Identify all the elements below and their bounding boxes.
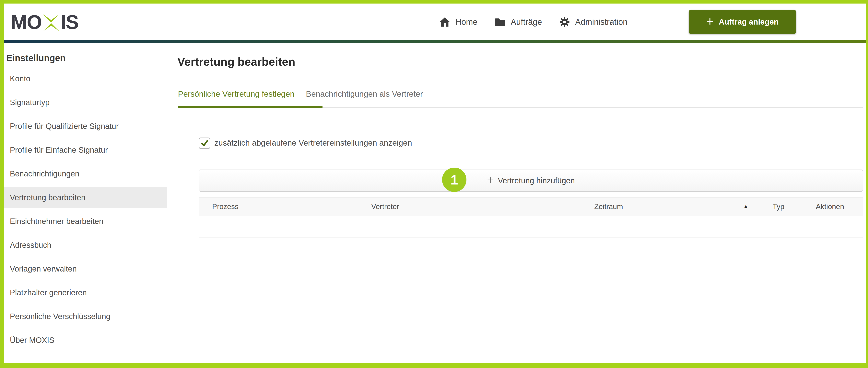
tab-persoenliche-vertretung-festlegen[interactable]: Persönliche Vertretung festlegen <box>178 90 294 99</box>
cta-label: Auftrag anlegen <box>719 18 778 26</box>
sidebar-item-adressbuch[interactable]: Adressbuch <box>4 234 167 256</box>
check-icon <box>200 139 209 147</box>
header-gradient-divider <box>4 40 866 43</box>
logo-text-is: IS <box>61 11 78 33</box>
auftrag-anlegen-button[interactable]: + Auftrag anlegen <box>689 10 796 34</box>
sidebar-bottom-divider <box>7 353 171 353</box>
nav-label-home: Home <box>456 17 477 27</box>
active-tab-underline <box>178 106 322 108</box>
column-header-prozess[interactable]: Prozess <box>199 197 358 216</box>
column-header-zeitraum[interactable]: Zeitraum ▲ <box>581 197 760 216</box>
vertretungen-table: Prozess Vertreter Zeitraum ▲ Typ Aktione… <box>199 197 863 238</box>
sidebar-item-benachrichtigungen[interactable]: Benachrichtigungen <box>4 163 167 185</box>
show-expired-checkbox-label[interactable]: zusätzlich abgelaufene Vertretereinstell… <box>214 138 412 147</box>
gear-icon <box>559 17 570 27</box>
plus-icon: + <box>487 174 494 186</box>
table-empty-row <box>199 216 863 238</box>
plus-icon: + <box>706 15 714 28</box>
sidebar-item-ueber-moxis[interactable]: Über MOXIS <box>4 329 167 351</box>
nav-item-home[interactable]: Home <box>439 17 477 27</box>
nav-item-administration[interactable]: Administration <box>559 17 627 27</box>
folder-icon <box>495 17 505 27</box>
column-label-zeitraum: Zeitraum <box>594 203 623 211</box>
moxis-app-window: MO IS Home Aufträge <box>0 0 868 368</box>
moxis-x-icon <box>42 14 60 31</box>
table-header-row: Prozess Vertreter Zeitraum ▲ Typ Aktione… <box>199 197 863 216</box>
sidebar-item-platzhalter-generieren[interactable]: Platzhalter generieren <box>4 282 167 303</box>
sidebar-item-vertretung-bearbeiten[interactable]: Vertretung bearbeiten <box>4 187 167 208</box>
top-navigation: Home Aufträge <box>439 4 645 40</box>
add-button-label: Vertretung hinzufügen <box>498 176 575 185</box>
home-icon <box>439 17 450 27</box>
tab-benachrichtigungen-als-vertreter[interactable]: Benachrichtigungen als Vertreter <box>306 90 423 99</box>
column-header-aktionen[interactable]: Aktionen <box>797 197 863 216</box>
column-header-typ[interactable]: Typ <box>760 197 797 216</box>
sidebar-item-vorlagen-verwalten[interactable]: Vorlagen verwalten <box>4 258 167 279</box>
column-header-vertreter[interactable]: Vertreter <box>358 197 581 216</box>
show-expired-checkbox[interactable] <box>199 137 210 149</box>
sidebar-item-profile-qualifizierte-signatur[interactable]: Profile für Qualifizierte Signatur <box>4 115 167 137</box>
tab-underline-track <box>322 107 863 108</box>
sidebar-item-einsichtnehmer-bearbeiten[interactable]: Einsichtnehmer bearbeiten <box>4 210 167 232</box>
annotation-badge-1: 1 <box>442 168 466 192</box>
sidebar-item-profile-einfache-signatur[interactable]: Profile für Einfache Signatur <box>4 139 167 161</box>
nav-label-auftraege: Aufträge <box>511 17 542 27</box>
sort-asc-icon[interactable]: ▲ <box>743 203 748 209</box>
tab-bar: Persönliche Vertretung festlegen Benachr… <box>178 90 423 99</box>
sidebar-item-signaturtyp[interactable]: Signaturtyp <box>4 92 167 113</box>
sidebar-item-persoenliche-verschluesselung[interactable]: Persönliche Verschlüsselung <box>4 305 167 327</box>
nav-item-auftraege[interactable]: Aufträge <box>495 17 542 27</box>
sidebar-heading: Einstellungen <box>6 53 66 63</box>
vertretung-hinzufuegen-button[interactable]: + Vertretung hinzufügen <box>199 170 863 192</box>
page-title: Vertretung bearbeiten <box>177 55 295 68</box>
moxis-logo[interactable]: MO IS <box>11 8 79 36</box>
logo-text-mo: MO <box>11 11 42 33</box>
sidebar-item-konto[interactable]: Konto <box>4 68 167 90</box>
nav-label-administration: Administration <box>575 17 627 27</box>
